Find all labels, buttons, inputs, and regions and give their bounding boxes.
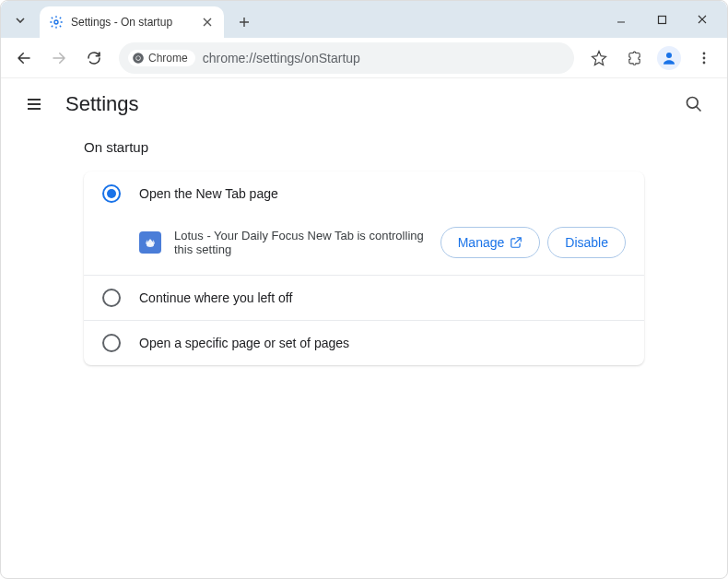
extensions-button[interactable] xyxy=(618,42,650,74)
tab-close-button[interactable] xyxy=(200,15,215,30)
plus-icon xyxy=(239,17,250,28)
chrome-chip-label: Chrome xyxy=(148,52,188,65)
open-external-icon xyxy=(510,236,523,249)
section-title: On startup xyxy=(84,139,644,155)
forward-button[interactable] xyxy=(43,42,75,74)
option-label: Continue where you left off xyxy=(139,290,292,305)
reload-button[interactable] xyxy=(78,42,110,74)
url-text: chrome://settings/onStartup xyxy=(203,51,360,65)
address-bar[interactable]: Chrome chrome://settings/onStartup xyxy=(119,42,574,74)
extension-icon xyxy=(139,231,161,254)
close-icon xyxy=(697,14,708,25)
radio-selected[interactable] xyxy=(102,184,121,203)
option-label: Open a specific page or set of pages xyxy=(139,336,349,350)
avatar xyxy=(657,46,681,70)
svg-point-0 xyxy=(54,20,58,24)
bookmark-button[interactable] xyxy=(583,42,615,74)
chrome-logo-icon xyxy=(132,52,145,65)
svg-point-7 xyxy=(703,56,706,59)
radio-unselected[interactable] xyxy=(102,289,121,307)
settings-header: Settings xyxy=(1,78,727,130)
settings-content: On startup Open the New Tab page Lotus -… xyxy=(1,130,727,365)
profile-button[interactable] xyxy=(653,42,685,74)
chevron-down-icon xyxy=(15,15,26,26)
browser-toolbar: Chrome chrome://settings/onStartup xyxy=(1,38,727,78)
disable-button[interactable]: Disable xyxy=(547,227,626,258)
manage-button[interactable]: Manage xyxy=(440,227,541,258)
reload-icon xyxy=(86,50,102,66)
hamburger-icon xyxy=(26,96,42,112)
window-controls xyxy=(604,6,720,32)
svg-point-8 xyxy=(703,61,706,64)
extension-notice-row: Lotus - Your Daily Focus New Tab is cont… xyxy=(84,216,644,275)
option-new-tab[interactable]: Open the New Tab page xyxy=(84,171,644,216)
tab-title: Settings - On startup xyxy=(71,16,200,29)
person-icon xyxy=(661,50,677,66)
svg-point-9 xyxy=(687,98,699,109)
star-icon xyxy=(591,50,607,66)
lotus-icon xyxy=(143,235,158,250)
tab-search-dropdown[interactable] xyxy=(6,6,34,34)
browser-tab[interactable]: Settings - On startup xyxy=(40,6,224,38)
option-specific-pages[interactable]: Open a specific page or set of pages xyxy=(84,321,644,365)
arrow-right-icon xyxy=(51,50,67,66)
svg-point-4 xyxy=(136,55,140,59)
svg-point-6 xyxy=(703,52,706,54)
disable-label: Disable xyxy=(565,235,608,250)
menu-button[interactable] xyxy=(688,42,720,74)
maximize-icon xyxy=(657,15,667,25)
titlebar: Settings - On startup xyxy=(1,1,727,38)
settings-card: Open the New Tab page Lotus - Your Daily… xyxy=(84,171,644,365)
extension-notice-text: Lotus - Your Daily Focus New Tab is cont… xyxy=(174,229,433,256)
option-continue[interactable]: Continue where you left off xyxy=(84,276,644,320)
close-icon xyxy=(203,18,212,27)
svg-point-5 xyxy=(666,53,672,58)
chrome-chip: Chrome xyxy=(128,50,195,66)
close-window-button[interactable] xyxy=(685,6,720,32)
arrow-left-icon xyxy=(16,50,32,66)
puzzle-icon xyxy=(627,50,642,65)
minimize-button[interactable] xyxy=(604,6,639,32)
minimize-icon xyxy=(616,14,627,25)
option-label: Open the New Tab page xyxy=(139,186,278,201)
kebab-icon xyxy=(697,51,711,65)
gear-icon xyxy=(49,15,64,30)
manage-label: Manage xyxy=(458,235,505,250)
search-icon xyxy=(685,95,703,113)
settings-search-button[interactable] xyxy=(679,89,709,119)
back-button[interactable] xyxy=(8,42,40,74)
svg-rect-1 xyxy=(658,16,665,23)
maximize-button[interactable] xyxy=(644,6,679,32)
new-tab-button[interactable] xyxy=(231,9,257,35)
hamburger-menu-button[interactable] xyxy=(19,89,49,119)
page-title: Settings xyxy=(65,92,139,116)
radio-unselected[interactable] xyxy=(102,334,121,352)
